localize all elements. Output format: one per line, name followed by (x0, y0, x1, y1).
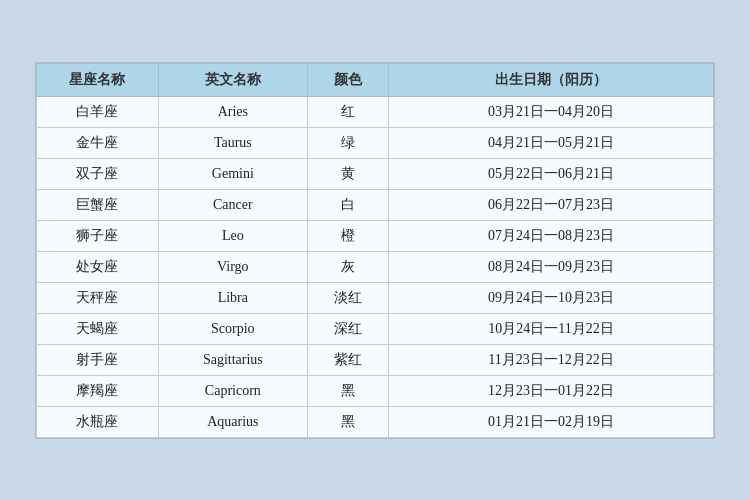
cell-english: Libra (158, 282, 307, 313)
cell-color: 深红 (307, 313, 388, 344)
cell-date: 05月22日一06月21日 (389, 158, 714, 189)
cell-date: 10月24日一11月22日 (389, 313, 714, 344)
zodiac-table: 星座名称 英文名称 颜色 出生日期（阳历） 白羊座Aries红03月21日一04… (36, 63, 714, 438)
table-row: 白羊座Aries红03月21日一04月20日 (37, 96, 714, 127)
cell-chinese: 双子座 (37, 158, 159, 189)
cell-date: 11月23日一12月22日 (389, 344, 714, 375)
cell-english: Virgo (158, 251, 307, 282)
cell-date: 01月21日一02月19日 (389, 406, 714, 437)
cell-chinese: 水瓶座 (37, 406, 159, 437)
cell-english: Leo (158, 220, 307, 251)
table-row: 天秤座Libra淡红09月24日一10月23日 (37, 282, 714, 313)
header-date: 出生日期（阳历） (389, 63, 714, 96)
cell-color: 黑 (307, 375, 388, 406)
cell-chinese: 处女座 (37, 251, 159, 282)
cell-chinese: 射手座 (37, 344, 159, 375)
cell-chinese: 白羊座 (37, 96, 159, 127)
table-row: 巨蟹座Cancer白06月22日一07月23日 (37, 189, 714, 220)
cell-chinese: 狮子座 (37, 220, 159, 251)
table-row: 金牛座Taurus绿04月21日一05月21日 (37, 127, 714, 158)
table-row: 双子座Gemini黄05月22日一06月21日 (37, 158, 714, 189)
header-color: 颜色 (307, 63, 388, 96)
cell-chinese: 巨蟹座 (37, 189, 159, 220)
cell-english: Aquarius (158, 406, 307, 437)
header-chinese: 星座名称 (37, 63, 159, 96)
cell-date: 09月24日一10月23日 (389, 282, 714, 313)
cell-color: 紫红 (307, 344, 388, 375)
cell-color: 白 (307, 189, 388, 220)
cell-color: 橙 (307, 220, 388, 251)
cell-english: Cancer (158, 189, 307, 220)
cell-chinese: 天蝎座 (37, 313, 159, 344)
cell-date: 04月21日一05月21日 (389, 127, 714, 158)
table-row: 天蝎座Scorpio深红10月24日一11月22日 (37, 313, 714, 344)
cell-english: Capricorn (158, 375, 307, 406)
table-header-row: 星座名称 英文名称 颜色 出生日期（阳历） (37, 63, 714, 96)
header-english: 英文名称 (158, 63, 307, 96)
cell-chinese: 天秤座 (37, 282, 159, 313)
cell-english: Gemini (158, 158, 307, 189)
zodiac-table-container: 星座名称 英文名称 颜色 出生日期（阳历） 白羊座Aries红03月21日一04… (35, 62, 715, 439)
cell-color: 红 (307, 96, 388, 127)
cell-chinese: 摩羯座 (37, 375, 159, 406)
table-row: 处女座Virgo灰08月24日一09月23日 (37, 251, 714, 282)
cell-english: Taurus (158, 127, 307, 158)
cell-color: 绿 (307, 127, 388, 158)
cell-english: Scorpio (158, 313, 307, 344)
cell-date: 06月22日一07月23日 (389, 189, 714, 220)
cell-color: 黄 (307, 158, 388, 189)
cell-date: 08月24日一09月23日 (389, 251, 714, 282)
table-row: 摩羯座Capricorn黑12月23日一01月22日 (37, 375, 714, 406)
table-body: 白羊座Aries红03月21日一04月20日金牛座Taurus绿04月21日一0… (37, 96, 714, 437)
cell-date: 12月23日一01月22日 (389, 375, 714, 406)
cell-color: 淡红 (307, 282, 388, 313)
table-row: 射手座Sagittarius紫红11月23日一12月22日 (37, 344, 714, 375)
table-row: 狮子座Leo橙07月24日一08月23日 (37, 220, 714, 251)
cell-english: Aries (158, 96, 307, 127)
cell-color: 黑 (307, 406, 388, 437)
cell-color: 灰 (307, 251, 388, 282)
table-row: 水瓶座Aquarius黑01月21日一02月19日 (37, 406, 714, 437)
cell-english: Sagittarius (158, 344, 307, 375)
cell-date: 03月21日一04月20日 (389, 96, 714, 127)
cell-chinese: 金牛座 (37, 127, 159, 158)
cell-date: 07月24日一08月23日 (389, 220, 714, 251)
